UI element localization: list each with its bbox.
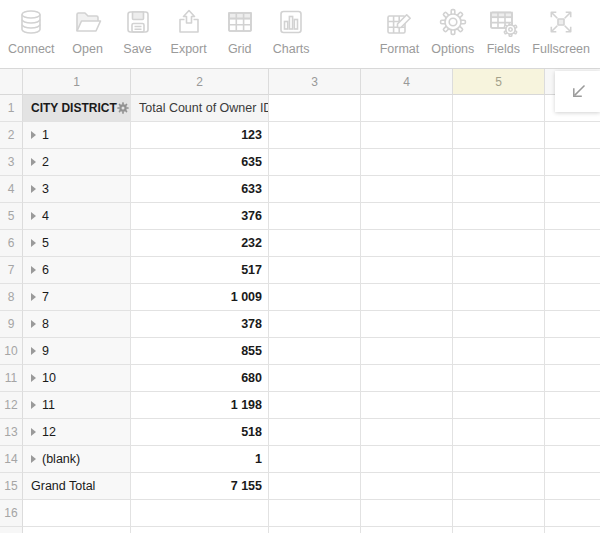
empty-cell[interactable] bbox=[361, 230, 453, 257]
empty-cell[interactable] bbox=[453, 365, 545, 392]
empty-cell[interactable] bbox=[269, 122, 361, 149]
row-number[interactable]: 8 bbox=[0, 284, 23, 311]
value-cell[interactable]: 7 155 bbox=[131, 473, 269, 500]
empty-cell[interactable] bbox=[545, 446, 600, 473]
member-cell[interactable]: 7 bbox=[23, 284, 131, 311]
empty-cell[interactable] bbox=[269, 284, 361, 311]
empty-cell[interactable] bbox=[453, 230, 545, 257]
empty-cell[interactable] bbox=[453, 176, 545, 203]
empty-cell[interactable] bbox=[269, 149, 361, 176]
value-cell[interactable]: 517 bbox=[131, 257, 269, 284]
row-number[interactable]: 7 bbox=[0, 257, 23, 284]
expand-triangle-icon[interactable] bbox=[31, 347, 36, 355]
expand-triangle-icon[interactable] bbox=[31, 401, 36, 409]
expand-triangle-icon[interactable] bbox=[31, 266, 36, 274]
row-number[interactable]: 15 bbox=[0, 473, 23, 500]
column-header[interactable]: 3 bbox=[269, 69, 361, 95]
empty-cell[interactable] bbox=[545, 149, 600, 176]
empty-cell[interactable] bbox=[269, 473, 361, 500]
value-cell[interactable]: 635 bbox=[131, 149, 269, 176]
empty-cell[interactable] bbox=[269, 95, 361, 122]
toolbar-item-save[interactable]: Save bbox=[121, 5, 155, 56]
empty-cell[interactable] bbox=[453, 95, 545, 122]
empty-cell[interactable] bbox=[545, 392, 600, 419]
empty-cell[interactable] bbox=[545, 122, 600, 149]
empty-cell[interactable] bbox=[453, 284, 545, 311]
empty-cell[interactable] bbox=[361, 95, 453, 122]
empty-cell[interactable] bbox=[545, 500, 600, 527]
empty-cell[interactable] bbox=[361, 500, 453, 527]
expand-triangle-icon[interactable] bbox=[31, 212, 36, 220]
empty-cell[interactable] bbox=[269, 257, 361, 284]
row-number[interactable]: 5 bbox=[0, 203, 23, 230]
empty-cell[interactable] bbox=[545, 284, 600, 311]
empty-cell[interactable] bbox=[269, 230, 361, 257]
empty-cell[interactable] bbox=[361, 446, 453, 473]
empty-cell[interactable] bbox=[361, 473, 453, 500]
empty-cell[interactable] bbox=[545, 311, 600, 338]
toolbar-item-open[interactable]: Open bbox=[71, 5, 105, 56]
value-cell[interactable]: 376 bbox=[131, 203, 269, 230]
empty-cell[interactable] bbox=[23, 527, 131, 533]
empty-cell[interactable] bbox=[361, 122, 453, 149]
expand-triangle-icon[interactable] bbox=[31, 239, 36, 247]
value-cell[interactable]: 1 009 bbox=[131, 284, 269, 311]
measure-header-cell[interactable]: Total Count of Owner ID bbox=[131, 95, 269, 122]
column-header-highlighted[interactable]: 5 bbox=[453, 69, 545, 95]
row-number[interactable]: 3 bbox=[0, 149, 23, 176]
empty-cell[interactable] bbox=[361, 365, 453, 392]
empty-cell[interactable] bbox=[131, 500, 269, 527]
expand-triangle-icon[interactable] bbox=[31, 455, 36, 463]
toolbar-item-options[interactable]: Options bbox=[431, 5, 474, 56]
empty-cell[interactable] bbox=[361, 419, 453, 446]
toolbar-item-export[interactable]: Export bbox=[171, 5, 207, 56]
empty-cell[interactable] bbox=[545, 338, 600, 365]
empty-cell[interactable] bbox=[131, 527, 269, 533]
value-cell[interactable]: 1 bbox=[131, 446, 269, 473]
empty-cell[interactable] bbox=[269, 365, 361, 392]
member-cell[interactable]: 9 bbox=[23, 338, 131, 365]
empty-cell[interactable] bbox=[361, 203, 453, 230]
empty-cell[interactable] bbox=[453, 500, 545, 527]
row-number[interactable]: 2 bbox=[0, 122, 23, 149]
field-settings-gear-icon[interactable] bbox=[117, 102, 129, 114]
expand-triangle-icon[interactable] bbox=[31, 374, 36, 382]
member-cell[interactable]: 1 bbox=[23, 122, 131, 149]
row-number[interactable]: 10 bbox=[0, 338, 23, 365]
member-cell[interactable]: 12 bbox=[23, 419, 131, 446]
member-cell[interactable]: 2 bbox=[23, 149, 131, 176]
member-cell[interactable]: 5 bbox=[23, 230, 131, 257]
empty-cell[interactable] bbox=[269, 500, 361, 527]
toolbar-item-fullscreen[interactable]: Fullscreen bbox=[532, 5, 590, 56]
row-number[interactable]: 1 bbox=[0, 95, 23, 122]
empty-cell[interactable] bbox=[269, 446, 361, 473]
empty-cell[interactable] bbox=[361, 338, 453, 365]
column-header[interactable]: 4 bbox=[361, 69, 453, 95]
empty-cell[interactable] bbox=[545, 365, 600, 392]
value-cell[interactable]: 123 bbox=[131, 122, 269, 149]
member-cell[interactable]: 8 bbox=[23, 311, 131, 338]
empty-cell[interactable] bbox=[269, 203, 361, 230]
corner-cell[interactable] bbox=[0, 69, 23, 95]
row-number[interactable]: 14 bbox=[0, 446, 23, 473]
empty-cell[interactable] bbox=[361, 176, 453, 203]
empty-cell[interactable] bbox=[269, 338, 361, 365]
empty-cell[interactable] bbox=[453, 419, 545, 446]
column-header[interactable]: 1 bbox=[23, 69, 131, 95]
value-cell[interactable]: 232 bbox=[131, 230, 269, 257]
empty-cell[interactable] bbox=[453, 257, 545, 284]
empty-cell[interactable] bbox=[545, 419, 600, 446]
empty-cell[interactable] bbox=[453, 392, 545, 419]
member-cell[interactable]: 3 bbox=[23, 176, 131, 203]
empty-cell[interactable] bbox=[361, 392, 453, 419]
row-field-header-cell[interactable]: CITY DISTRICT bbox=[23, 95, 131, 122]
member-cell[interactable]: 10 bbox=[23, 365, 131, 392]
member-cell[interactable]: 4 bbox=[23, 203, 131, 230]
row-number[interactable]: 4 bbox=[0, 176, 23, 203]
toolbar-item-charts[interactable]: Charts bbox=[273, 5, 310, 56]
empty-cell[interactable] bbox=[361, 149, 453, 176]
expand-triangle-icon[interactable] bbox=[31, 131, 36, 139]
expand-triangle-icon[interactable] bbox=[31, 428, 36, 436]
empty-cell[interactable] bbox=[269, 419, 361, 446]
row-number[interactable]: 11 bbox=[0, 365, 23, 392]
